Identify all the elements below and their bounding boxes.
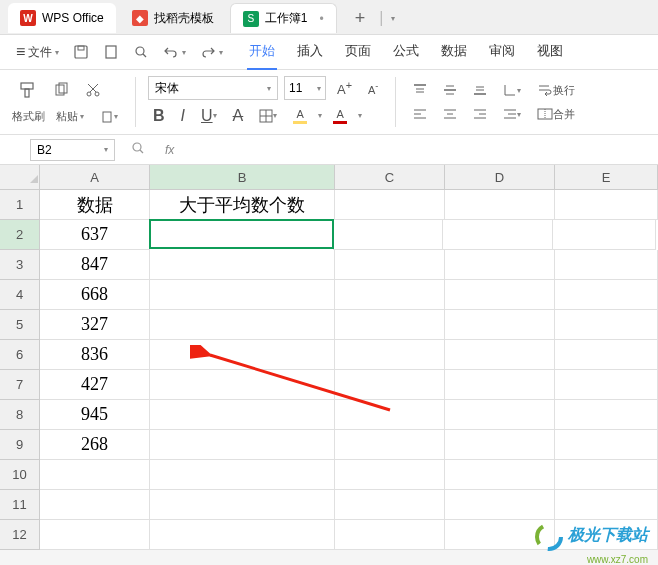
cell-c4[interactable] — [335, 280, 445, 310]
cell-e11[interactable] — [555, 490, 658, 520]
cell-e9[interactable] — [555, 430, 658, 460]
tab-formula[interactable]: 公式 — [391, 34, 421, 70]
align-top-button[interactable] — [408, 80, 432, 100]
cell-d2[interactable] — [443, 220, 553, 250]
cell-e3[interactable] — [555, 250, 658, 280]
cut-button[interactable] — [80, 79, 106, 101]
clipboard-launcher[interactable]: ▾ — [95, 107, 123, 127]
cell-a9[interactable]: 268 — [40, 430, 150, 460]
cell-b1[interactable]: 大于平均数个数 — [150, 190, 335, 220]
underline-button[interactable]: U▾ — [196, 104, 222, 128]
cell-a10[interactable] — [40, 460, 150, 490]
cell-d7[interactable] — [445, 370, 555, 400]
bold-button[interactable]: B — [148, 104, 170, 128]
qat-save[interactable] — [67, 41, 95, 63]
cell-a11[interactable] — [40, 490, 150, 520]
cell-c2[interactable] — [333, 220, 443, 250]
tab-review[interactable]: 审阅 — [487, 34, 517, 70]
cell-b7[interactable] — [150, 370, 335, 400]
align-center-button[interactable] — [438, 104, 462, 124]
cell-c12[interactable] — [335, 520, 445, 550]
align-middle-button[interactable] — [438, 80, 462, 100]
qat-print[interactable] — [97, 41, 125, 63]
align-left-button[interactable] — [408, 104, 432, 124]
cell-d1[interactable] — [445, 190, 555, 220]
cell-b9[interactable] — [150, 430, 335, 460]
row-header-3[interactable]: 3 — [0, 250, 40, 280]
cell-d4[interactable] — [445, 280, 555, 310]
cell-c5[interactable] — [335, 310, 445, 340]
qat-undo[interactable]: ▾ — [157, 41, 192, 63]
cell-b11[interactable] — [150, 490, 335, 520]
cell-c7[interactable] — [335, 370, 445, 400]
cell-d5[interactable] — [445, 310, 555, 340]
new-tab-button[interactable]: + — [349, 8, 372, 29]
cell-a6[interactable]: 836 — [40, 340, 150, 370]
strike-button[interactable]: A — [228, 104, 249, 128]
cell-a2[interactable]: 637 — [40, 220, 150, 250]
cell-e6[interactable] — [555, 340, 658, 370]
app-tab-wps[interactable]: W WPS Office — [8, 3, 116, 33]
tab-dropdown-icon[interactable]: ▾ — [391, 14, 395, 23]
fx-label[interactable]: fx — [165, 143, 174, 157]
chevron-down-icon[interactable]: ▾ — [318, 111, 322, 120]
tab-page[interactable]: 页面 — [343, 34, 373, 70]
name-box[interactable]: B2▾ — [30, 139, 115, 161]
row-header-1[interactable]: 1 — [0, 190, 40, 220]
font-color-button[interactable]: A — [328, 105, 352, 127]
tab-view[interactable]: 视图 — [535, 34, 565, 70]
cell-d8[interactable] — [445, 400, 555, 430]
cell-d3[interactable] — [445, 250, 555, 280]
cell-c10[interactable] — [335, 460, 445, 490]
decrease-font-button[interactable]: A- — [363, 78, 383, 99]
app-tab-document[interactable]: S 工作簿1 • — [230, 3, 337, 33]
cell-b5[interactable] — [150, 310, 335, 340]
cell-b4[interactable] — [150, 280, 335, 310]
align-right-button[interactable] — [468, 104, 492, 124]
app-tab-template[interactable]: ◆ 找稻壳模板 — [120, 3, 226, 33]
row-header-7[interactable]: 7 — [0, 370, 40, 400]
qat-redo[interactable]: ▾ — [194, 41, 229, 63]
cell-a7[interactable]: 427 — [40, 370, 150, 400]
cell-e2[interactable] — [553, 220, 656, 250]
highlight-button[interactable]: A — [288, 105, 312, 127]
cell-d9[interactable] — [445, 430, 555, 460]
format-painter-button[interactable] — [12, 77, 42, 103]
row-header-4[interactable]: 4 — [0, 280, 40, 310]
merge-button[interactable]: 合并 — [532, 104, 580, 125]
chevron-down-icon[interactable]: ▾ — [358, 111, 362, 120]
cell-e12[interactable] — [555, 520, 658, 550]
cell-e5[interactable] — [555, 310, 658, 340]
cell-b10[interactable] — [150, 460, 335, 490]
cell-b3[interactable] — [150, 250, 335, 280]
col-header-b[interactable]: B — [150, 165, 335, 190]
cell-c9[interactable] — [335, 430, 445, 460]
wrap-button[interactable]: 换行 — [532, 80, 580, 101]
cell-a8[interactable]: 945 — [40, 400, 150, 430]
tab-start[interactable]: 开始 — [247, 34, 277, 70]
row-header-10[interactable]: 10 — [0, 460, 40, 490]
cell-d6[interactable] — [445, 340, 555, 370]
row-header-9[interactable]: 9 — [0, 430, 40, 460]
cell-e4[interactable] — [555, 280, 658, 310]
cell-b6[interactable] — [150, 340, 335, 370]
cell-e7[interactable] — [555, 370, 658, 400]
cell-d12[interactable] — [445, 520, 555, 550]
tab-insert[interactable]: 插入 — [295, 34, 325, 70]
tab-menu-dot[interactable]: • — [319, 12, 323, 26]
hamburger-menu[interactable]: ≡文件▾ — [10, 40, 65, 64]
row-header-8[interactable]: 8 — [0, 400, 40, 430]
italic-button[interactable]: I — [176, 104, 190, 128]
row-header-5[interactable]: 5 — [0, 310, 40, 340]
align-bottom-button[interactable] — [468, 80, 492, 100]
row-header-12[interactable]: 12 — [0, 520, 40, 550]
cell-e8[interactable] — [555, 400, 658, 430]
cell-a12[interactable] — [40, 520, 150, 550]
cell-a1[interactable]: 数据 — [40, 190, 150, 220]
cell-d11[interactable] — [445, 490, 555, 520]
cell-b8[interactable] — [150, 400, 335, 430]
row-header-11[interactable]: 11 — [0, 490, 40, 520]
indent-button[interactable]: ▾ — [498, 104, 526, 124]
cell-c3[interactable] — [335, 250, 445, 280]
zoom-icon[interactable] — [131, 141, 145, 159]
